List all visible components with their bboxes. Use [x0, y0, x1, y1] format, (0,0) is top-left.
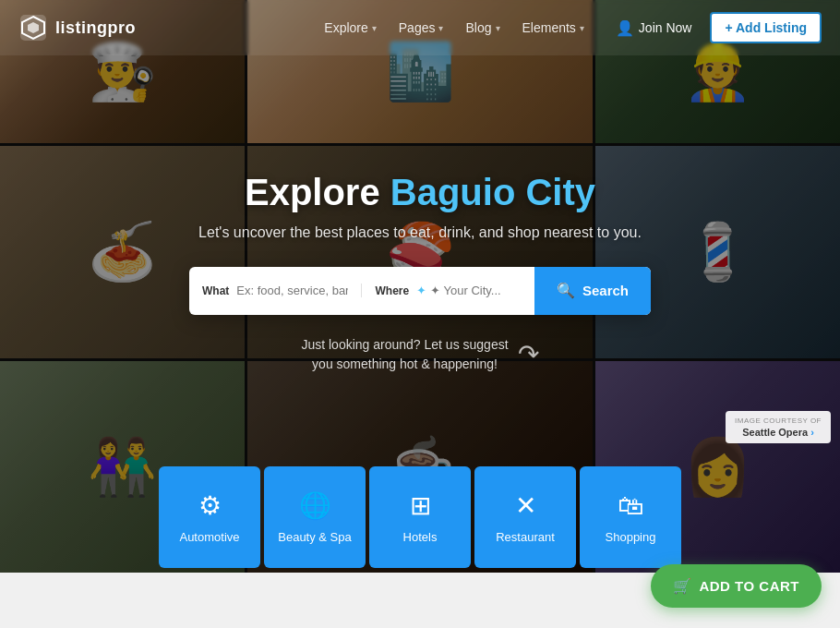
category-shopping[interactable]: 🛍 Shopping — [580, 466, 681, 568]
search-button[interactable]: 🔍 Search — [534, 267, 651, 315]
cart-icon: 🛒 — [673, 577, 692, 595]
logo-text: listingpro — [55, 18, 136, 38]
category-hotels[interactable]: ⊞ Hotels — [369, 466, 471, 568]
what-label: What — [202, 284, 229, 297]
user-icon: 👤 — [616, 19, 634, 37]
nav-actions: 👤 Join Now + Add Listing — [605, 12, 822, 43]
logo-icon — [18, 13, 48, 42]
chevron-down-icon: ▾ — [580, 23, 584, 33]
restaurant-icon: ✕ — [515, 490, 536, 521]
where-label: Where — [375, 284, 409, 297]
category-restaurant[interactable]: ✕ Restaurant — [474, 466, 576, 568]
search-where-input[interactable] — [430, 284, 522, 297]
join-button[interactable]: 👤 Join Now — [605, 14, 703, 42]
chevron-down-icon: ▾ — [438, 23, 443, 33]
categories-bar: ⚙ Automotive 🌐 Beauty & Spa ⊞ Hotels ✕ R… — [0, 462, 840, 573]
automotive-icon: ⚙ — [198, 490, 222, 521]
navbar: listingpro Explore ▾ Pages ▾ Blog ▾ Elem… — [0, 0, 840, 55]
arrow-icon: ↷ — [518, 335, 539, 374]
category-beauty-spa[interactable]: 🌐 Beauty & Spa — [264, 466, 366, 568]
nav-pages[interactable]: Pages ▾ — [390, 15, 453, 41]
hero-subtitle: Let's uncover the best places to eat, dr… — [198, 224, 642, 241]
nav-links: Explore ▾ Pages ▾ Blog ▾ Elements ▾ — [315, 15, 594, 41]
chevron-right-icon: › — [810, 427, 814, 438]
logo[interactable]: listingpro — [18, 13, 136, 42]
suggestion-text: Just looking around? Let us suggest you … — [301, 335, 538, 374]
add-listing-button[interactable]: + Add Listing — [710, 12, 822, 43]
category-automotive[interactable]: ⚙ Automotive — [159, 466, 260, 568]
hero-title: Explore Baguio City — [245, 172, 595, 213]
beauty-spa-icon: 🌐 — [299, 490, 331, 521]
nav-elements[interactable]: Elements ▾ — [513, 15, 594, 41]
search-where-field: Where ✦ — [362, 284, 534, 297]
image-courtesy: IMAGE COURTESY OF Seattle Opera › — [726, 411, 831, 443]
hotels-icon: ⊞ — [410, 490, 431, 521]
chevron-down-icon: ▾ — [496, 23, 500, 33]
search-what-input[interactable] — [236, 284, 348, 297]
search-what-field: What — [189, 284, 362, 297]
chevron-down-icon: ▾ — [372, 23, 377, 33]
add-to-cart-button[interactable]: 🛒 ADD TO CART — [651, 564, 822, 608]
nav-explore[interactable]: Explore ▾ — [315, 15, 385, 41]
nav-blog[interactable]: Blog ▾ — [456, 15, 509, 41]
shopping-icon: 🛍 — [618, 490, 643, 521]
hero-section: listingpro Explore ▾ Pages ▾ Blog ▾ Elem… — [0, 0, 840, 573]
search-icon: 🔍 — [557, 282, 575, 299]
location-icon: ✦ — [416, 284, 426, 297]
bottom-bar: 🛒 ADD TO CART — [0, 573, 840, 628]
search-bar: What Where ✦ 🔍 Search — [189, 267, 651, 315]
